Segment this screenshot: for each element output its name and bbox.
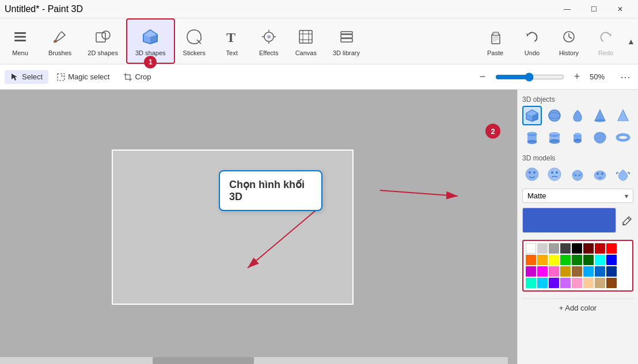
color-lightblue[interactable]	[537, 278, 548, 288]
color-lavender[interactable]	[560, 278, 571, 288]
obj-torus[interactable]	[613, 128, 633, 147]
color-medblue[interactable]	[595, 266, 605, 277]
color-amber[interactable]	[537, 255, 548, 265]
material-chevron-icon: ▾	[625, 192, 628, 200]
toolbar-3dlibrary[interactable]: 3D library	[325, 18, 368, 64]
text-label: Text	[226, 49, 238, 56]
titlebar: Untitled* - Paint 3D — ☐ ✕	[0, 0, 638, 18]
color-green[interactable]	[560, 255, 571, 265]
tooltip-balloon: Chọn hình khối 3D	[219, 170, 322, 211]
paste-label: Paste	[487, 49, 503, 56]
color-purple[interactable]	[526, 266, 536, 277]
color-yellow[interactable]	[549, 255, 559, 265]
text-icon: T	[222, 26, 242, 47]
color-cyan[interactable]	[595, 255, 605, 265]
model-face1[interactable]	[522, 164, 542, 184]
toolbar-text[interactable]: T Text	[214, 18, 250, 64]
color-navyblue[interactable]	[606, 266, 617, 277]
canvas-area[interactable]: Chọn hình khối 3D	[0, 90, 517, 364]
menu-button[interactable]: Menu	[0, 18, 40, 64]
3dlibrary-label: 3D library	[333, 49, 360, 56]
model-face2[interactable]	[545, 164, 564, 184]
obj-blob[interactable]	[590, 128, 610, 147]
svg-point-3	[54, 40, 57, 43]
toolbar-stickers[interactable]: Stickers	[175, 18, 214, 64]
magic-select-icon	[56, 72, 66, 82]
magic-select-button[interactable]: Magic select	[51, 70, 115, 84]
scroll-thumb[interactable]	[153, 357, 254, 364]
tooltip-line1: Chọn hình khối	[229, 179, 305, 190]
color-brown[interactable]	[572, 266, 582, 277]
color-medred[interactable]	[595, 243, 605, 254]
obj-cylinder2[interactable]	[545, 128, 564, 147]
select-cursor-icon	[10, 72, 20, 82]
color-orange[interactable]	[526, 255, 536, 265]
color-skyblue[interactable]	[583, 266, 594, 277]
color-lightgray[interactable]	[537, 243, 548, 254]
color-gray[interactable]	[549, 243, 559, 254]
obj-teardrop[interactable]	[568, 106, 587, 125]
eyedropper-icon	[621, 216, 632, 227]
toolbar-3dshapes[interactable]: 3D shapes 1	[126, 18, 175, 64]
color-red[interactable]	[606, 243, 617, 254]
toolbar-canvas[interactable]: Canvas	[287, 18, 325, 64]
minimize-button[interactable]: —	[554, 0, 580, 18]
zoom-minus-button[interactable]: −	[474, 69, 491, 85]
color-lightpink[interactable]	[572, 278, 582, 288]
model-cat[interactable]	[568, 164, 587, 184]
color-gold[interactable]	[560, 266, 571, 277]
color-violet[interactable]	[549, 278, 559, 288]
palette-row-3	[526, 266, 630, 277]
svg-point-74	[556, 171, 558, 174]
color-darkgray[interactable]	[560, 243, 571, 254]
color-darkred[interactable]	[583, 243, 594, 254]
step1-badge: 1	[144, 56, 157, 68]
horizontal-scrollbar[interactable]	[0, 357, 508, 364]
material-label: Matte	[527, 191, 622, 200]
toolbar-history[interactable]: History	[550, 18, 587, 64]
toolbar-2dshapes[interactable]: 2D shapes	[79, 18, 126, 64]
color-darkgreen[interactable]	[572, 255, 582, 265]
maximize-button[interactable]: ☐	[580, 0, 607, 18]
model-critter[interactable]	[590, 164, 610, 184]
toolbar-effects[interactable]: Effects	[250, 18, 287, 64]
menu-label: Menu	[12, 49, 28, 56]
main-area: Chọn hình khối 3D 3D objects	[0, 90, 638, 364]
more-options-button[interactable]: ⋯	[617, 69, 633, 85]
color-tan[interactable]	[595, 278, 605, 288]
color-swatch[interactable]	[522, 208, 616, 233]
paste-icon	[485, 26, 506, 47]
select-button[interactable]: Select	[5, 70, 48, 84]
obj-capsule[interactable]	[568, 128, 587, 147]
toolbar-collapse[interactable]: ▲	[624, 18, 638, 64]
toolbar-brushes[interactable]: Brushes	[40, 18, 79, 64]
color-peach[interactable]	[583, 278, 594, 288]
add-color-button[interactable]: + Add color	[522, 298, 633, 317]
color-mint[interactable]	[526, 278, 536, 288]
obj-cylinder[interactable]	[522, 128, 542, 147]
obj-cone[interactable]	[590, 106, 610, 125]
color-black[interactable]	[572, 243, 582, 254]
model-bird[interactable]	[613, 164, 633, 184]
toolbar-paste[interactable]: Paste	[477, 18, 514, 64]
color-saddlebrown[interactable]	[606, 278, 617, 288]
color-deepgreen[interactable]	[583, 255, 594, 265]
color-white[interactable]	[526, 243, 536, 254]
obj-pyramid[interactable]	[613, 106, 633, 125]
toolbar-redo[interactable]: Redo	[587, 18, 624, 64]
color-blue[interactable]	[606, 255, 617, 265]
crop-button[interactable]: Crop	[117, 70, 157, 84]
right-panel: 3D objects	[517, 90, 638, 364]
color-magenta[interactable]	[537, 266, 548, 277]
obj-cube[interactable]	[522, 106, 542, 125]
toolbar-undo[interactable]: Undo	[514, 18, 550, 64]
palette-row-2	[526, 255, 630, 265]
zoom-plus-button[interactable]: +	[569, 69, 585, 85]
zoom-slider[interactable]	[495, 72, 564, 82]
material-dropdown[interactable]: Matte ▾	[522, 189, 633, 203]
eyedropper-button[interactable]	[620, 213, 633, 229]
obj-sphere[interactable]	[545, 106, 564, 125]
color-pink[interactable]	[549, 266, 559, 277]
toolbar-right: Paste Undo History	[477, 18, 638, 64]
close-button[interactable]: ✕	[607, 0, 633, 18]
